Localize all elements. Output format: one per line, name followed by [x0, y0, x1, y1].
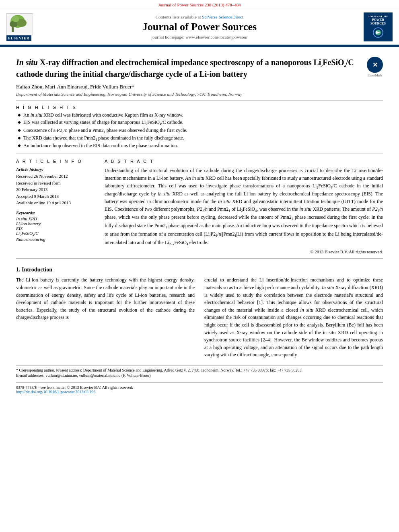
highlight-text: Coexistence of a P21/n phase and a Pmn21… [23, 127, 187, 134]
elsevier-tree-icon [8, 14, 32, 34]
journal-cover-image: JOURNAL OF POWER SOURCES [364, 12, 393, 41]
highlight-text: EIS was collected at varying states of c… [23, 119, 183, 126]
highlight-text: The XRD data showed that the Pmn21 phase… [23, 135, 184, 142]
crossmark-icon: ✕ [367, 57, 383, 73]
article-history: Article history: Received 26 November 20… [16, 167, 97, 206]
revised-date: 20 February 2013 [16, 186, 97, 193]
sciverse-line: Contents lists available at SciVerse Sci… [39, 14, 360, 19]
corresponding-author: * Corresponding author. Present address:… [16, 368, 383, 372]
highlights-section: H I G H L I G H T S ◆ An in situ XRD cel… [16, 105, 383, 149]
keyword: In situ XRD [16, 216, 97, 221]
footer: 0378-7753/$ – see front matter © 2013 El… [16, 382, 383, 394]
journal-header: ELSEVIER Contents lists available at Sci… [0, 9, 399, 46]
list-item: ◆ The XRD data showed that the Pmn21 pha… [16, 135, 383, 142]
elsevier-label: ELSEVIER [6, 35, 31, 41]
divider-3 [16, 258, 383, 259]
list-item: ◆ EIS was collected at varying states of… [16, 119, 383, 126]
list-item: ◆ Coexistence of a P21/n phase and a Pmn… [16, 127, 383, 134]
highlights-label: H I G H L I G H T S [16, 105, 383, 110]
intro-right-text: crucial to understand the Li insertion/d… [204, 276, 383, 359]
doi-link[interactable]: http://dx.doi.org/10.1016/j.jpowsour.201… [16, 390, 95, 394]
journal-title: Journal of Power Sources [39, 21, 360, 33]
keyword: Nanostructuring [16, 237, 97, 242]
highlights-list: ◆ An in situ XRD cell was fabricated wit… [16, 112, 383, 149]
received-date: Received 26 November 2012 [16, 173, 97, 180]
article-title-section: In situ X-ray diffraction and electroche… [16, 53, 383, 80]
svg-point-4 [12, 16, 19, 22]
issn-line: 0378-7753/$ – see front matter © 2013 El… [16, 385, 383, 390]
bullet-icon: ◆ [18, 113, 21, 117]
journal-cover-icon [370, 27, 386, 38]
bullet-icon: ◆ [18, 143, 21, 148]
journal-logo-area: JOURNAL OF POWER SOURCES [360, 12, 393, 41]
affiliation: Department of Materials Science and Engi… [16, 92, 383, 97]
abstract-label: A B S T R A C T [105, 159, 383, 164]
keywords-label: Keywords: [16, 210, 97, 215]
article-title-container: In situ X-ray diffraction and electroche… [16, 57, 360, 80]
doi-line: http://dx.doi.org/10.1016/j.jpowsour.201… [16, 390, 383, 394]
list-item: ◆ An in situ XRD cell was fabricated wit… [16, 112, 383, 118]
keyword: Li2FeSiO4/C [16, 231, 97, 237]
footnotes: * Corresponding author. Present address:… [16, 365, 383, 378]
intro-left-text: The Li-ion battery is currently the batt… [16, 276, 195, 321]
intro-right-col: crucial to understand the Li insertion/d… [204, 276, 383, 359]
divider-1 [16, 101, 383, 101]
received-revised-label: Received in revised form [16, 180, 97, 187]
email-addresses: vullum@nt.ntnu.no, vullum@material.ntnu.… [45, 373, 151, 378]
elsevier-logo-image [6, 13, 33, 35]
authors: Haitao Zhou, Mari-Ann Einarsrud, Fride V… [16, 84, 383, 90]
content-area: In situ X-ray diffraction and electroche… [0, 47, 399, 401]
bullet-icon: ◆ [18, 136, 21, 140]
available-date: Available online 19 April 2013 [16, 199, 97, 206]
email-label: E-mail addresses: [16, 373, 45, 378]
journal-reference: Journal of Power Sources 238 (2013) 478–… [0, 0, 399, 9]
list-item: ◆ An inductance loop observed in the EIS… [16, 143, 383, 149]
intro-left-col: The Li-ion battery is currently the batt… [16, 276, 195, 359]
article-title: In situ X-ray diffraction and electroche… [16, 57, 360, 80]
keywords-list: In situ XRD Li-ion battery EIS Li2FeSiO4… [16, 216, 97, 242]
intro-title: 1. Introduction [16, 267, 383, 273]
highlight-text: An inductance loop observed in the EIS d… [23, 143, 178, 149]
keyword: EIS [16, 226, 97, 231]
publisher-logo-area: ELSEVIER [6, 13, 39, 41]
keyword: Li-ion battery [16, 221, 97, 226]
bullet-icon: ◆ [18, 120, 21, 124]
history-label: Article history: [16, 167, 97, 172]
intro-two-col: The Li-ion battery is currently the batt… [16, 276, 383, 359]
email-line: E-mail addresses: vullum@nt.ntnu.no, vul… [16, 373, 383, 378]
abstract-col: A B S T R A C T Understanding of the str… [105, 159, 383, 254]
copyright-line: © 2013 Elsevier B.V. All rights reserved… [105, 249, 383, 254]
highlight-text: An in situ XRD cell was fabricated with … [23, 112, 183, 118]
bullet-icon: ◆ [18, 128, 21, 132]
journal-title-area: Contents lists available at SciVerse Sci… [39, 14, 360, 39]
journal-homepage: journal homepage: www.elsevier.com/locat… [39, 35, 360, 39]
article-info-col: A R T I C L E I N F O Article history: R… [16, 159, 97, 254]
info-abstract-section: A R T I C L E I N F O Article history: R… [16, 159, 383, 254]
divider-2 [16, 154, 383, 154]
keywords-group: Keywords: In situ XRD Li-ion battery EIS… [16, 210, 97, 242]
introduction-section: 1. Introduction The Li-ion battery is cu… [16, 267, 383, 359]
crossmark-label: CrossMark [367, 74, 383, 77]
crossmark-area: ✕ CrossMark [367, 57, 383, 77]
accepted-date: Accepted 9 March 2013 [16, 193, 97, 200]
article-info-label: A R T I C L E I N F O [16, 159, 97, 164]
abstract-text: Understanding of the structural evolutio… [105, 167, 383, 247]
sciverse-link[interactable]: SciVerse ScienceDirect [202, 14, 243, 19]
